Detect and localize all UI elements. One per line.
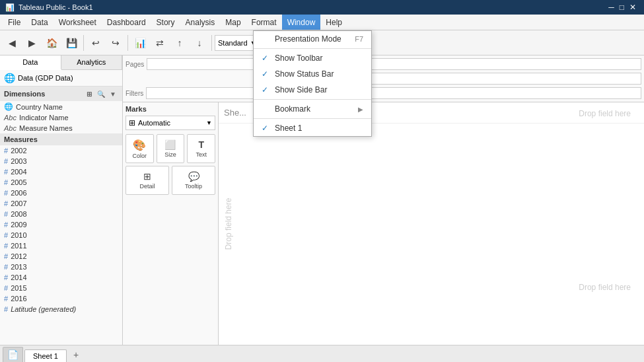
marks-buttons-row2: ⊞ Detail 💬 Tooltip bbox=[125, 166, 215, 195]
dimensions-grid-btn[interactable]: ⊞ bbox=[84, 89, 94, 99]
measure-2010-label: 2010 bbox=[11, 231, 26, 239]
measure-2003[interactable]: # 2003 bbox=[0, 156, 122, 166]
menu-entry-bookmark[interactable]: Bookmark ▶ bbox=[254, 101, 371, 117]
menu-dashboard[interactable]: Dashboard bbox=[102, 15, 151, 30]
drop-hint-left-container: Drop field here bbox=[224, 198, 233, 250]
data-source-icon: 🌐 bbox=[4, 73, 15, 83]
menu-entry-presentation[interactable]: Presentation Mode F7 bbox=[254, 31, 371, 47]
menu-entry-show-toolbar[interactable]: ✓ Show Toolbar bbox=[254, 50, 371, 66]
sep3 bbox=[211, 35, 212, 51]
dimensions-label: Dimensions bbox=[4, 90, 45, 98]
menu-format[interactable]: Format bbox=[246, 15, 282, 30]
marks-color-btn[interactable]: 🎨 Color bbox=[125, 134, 154, 163]
measure-2012[interactable]: # 2012 bbox=[0, 251, 122, 262]
toolbar-sort-asc-btn[interactable]: ↑ bbox=[170, 34, 189, 52]
abc-icon-1: Abc bbox=[4, 114, 17, 122]
data-source-row[interactable]: 🌐 Data (GDP Data) bbox=[0, 70, 122, 87]
hash-icon-2008: # bbox=[4, 210, 8, 218]
check-sidebar: ✓ bbox=[262, 85, 272, 94]
hash-icon-2004: # bbox=[4, 168, 8, 176]
marks-text-btn[interactable]: T Text bbox=[187, 134, 215, 163]
toolbar-sort-desc-btn[interactable]: ↓ bbox=[190, 34, 209, 52]
menu-entry-show-sidebar[interactable]: ✓ Show Side Bar bbox=[254, 82, 371, 98]
close-btn[interactable]: ✕ bbox=[629, 3, 636, 12]
show-toolbar-label: Show Toolbar bbox=[275, 54, 363, 63]
show-status-label: Show Status Bar bbox=[275, 69, 363, 79]
analytics-label: Analytics bbox=[77, 58, 106, 66]
toolbar-forward-btn[interactable]: ▶ bbox=[22, 34, 41, 52]
toolbar-redo-btn[interactable]: ↪ bbox=[106, 34, 125, 52]
measure-2013[interactable]: # 2013 bbox=[0, 262, 122, 272]
maximize-btn[interactable]: □ bbox=[620, 3, 624, 12]
pages-label: Pages bbox=[125, 61, 144, 68]
menu-entry-sheet1[interactable]: ✓ Sheet 1 bbox=[254, 120, 371, 136]
menu-data[interactable]: Data bbox=[26, 15, 53, 30]
dim-indicator-name[interactable]: Abc Indicator Name bbox=[0, 112, 122, 123]
menu-window[interactable]: Window bbox=[282, 15, 321, 30]
dim-country-name[interactable]: 🌐 Country Name bbox=[0, 101, 122, 112]
panel-tab-analytics[interactable]: Analytics bbox=[61, 55, 123, 69]
add-sheet-btn[interactable]: + bbox=[68, 347, 84, 362]
marks-type-dropdown[interactable]: ⊞ Automatic ▼ bbox=[125, 116, 215, 130]
marks-dropdown-arrow: ▼ bbox=[206, 120, 212, 126]
menu-map[interactable]: Map bbox=[220, 15, 246, 30]
dim-country-label: Country Name bbox=[16, 103, 63, 111]
measure-2011[interactable]: # 2011 bbox=[0, 240, 122, 251]
minimize-btn[interactable]: ─ bbox=[608, 3, 614, 12]
measure-2005[interactable]: # 2005 bbox=[0, 177, 122, 188]
toolbar-save-btn[interactable]: 💾 bbox=[62, 34, 81, 52]
menu-sep-3 bbox=[254, 118, 371, 119]
measure-latitude-label: Latitude (generated) bbox=[11, 305, 76, 313]
filters-shelf-content[interactable] bbox=[146, 87, 641, 99]
menu-analysis[interactable]: Analysis bbox=[180, 15, 221, 30]
measure-2009[interactable]: # 2009 bbox=[0, 219, 122, 230]
measure-2002[interactable]: # 2002 bbox=[0, 145, 122, 156]
menu-story[interactable]: Story bbox=[151, 15, 180, 30]
menu-worksheet[interactable]: Worksheet bbox=[54, 15, 102, 30]
hash-icon-2016: # bbox=[4, 295, 8, 303]
hash-icon-2002: # bbox=[4, 147, 8, 155]
measure-2010[interactable]: # 2010 bbox=[0, 230, 122, 240]
measure-2011-label: 2011 bbox=[11, 242, 26, 250]
measure-2009-label: 2009 bbox=[11, 221, 26, 229]
marks-tooltip-btn[interactable]: 💬 Tooltip bbox=[172, 166, 215, 195]
measure-2015-label: 2015 bbox=[11, 284, 26, 292]
measure-2008[interactable]: # 2008 bbox=[0, 209, 122, 219]
panel-tab-data[interactable]: Data bbox=[0, 55, 61, 70]
panel-tabs: Data Analytics bbox=[0, 55, 122, 70]
toolbar-viz-btn[interactable]: 📊 bbox=[131, 34, 149, 52]
dimensions-add-btn[interactable]: ▼ bbox=[108, 89, 118, 99]
dim-indicator-label: Indicator Name bbox=[19, 114, 69, 122]
measure-latitude[interactable]: # Latitude (generated) bbox=[0, 304, 122, 314]
bookmark-submenu-arrow: ▶ bbox=[358, 106, 363, 113]
toolbar-undo-btn[interactable]: ↩ bbox=[87, 34, 105, 52]
canvas-area: She... Drop field here Drop field here D… bbox=[219, 102, 644, 345]
measure-2014[interactable]: # 2014 bbox=[0, 272, 122, 283]
measure-2014-label: 2014 bbox=[11, 273, 26, 281]
marks-detail-btn[interactable]: ⊞ Detail bbox=[125, 166, 169, 195]
menu-entry-show-status[interactable]: ✓ Show Status Bar bbox=[254, 66, 371, 82]
detail-icon: ⊞ bbox=[143, 171, 151, 182]
bookmark-label: Bookmark bbox=[275, 104, 358, 114]
toolbar-back-btn[interactable]: ◀ bbox=[3, 34, 21, 52]
toolbar-swap-btn[interactable]: ⇄ bbox=[151, 34, 169, 52]
marks-title: Marks bbox=[125, 105, 215, 113]
menu-file[interactable]: File bbox=[3, 15, 26, 30]
marks-type-label: Standard bbox=[218, 39, 248, 47]
filters-label: Filters bbox=[125, 90, 143, 97]
presentation-shortcut: F7 bbox=[355, 35, 363, 43]
menu-help[interactable]: Help bbox=[320, 15, 347, 30]
marks-size-btn[interactable]: ⬜ Size bbox=[157, 134, 185, 163]
measure-2007[interactable]: # 2007 bbox=[0, 198, 122, 209]
measure-2006[interactable]: # 2006 bbox=[0, 188, 122, 198]
new-sheet-btn[interactable]: 📄 bbox=[3, 347, 23, 362]
toolbar-home-btn[interactable]: 🏠 bbox=[42, 34, 61, 52]
dim-measure-names[interactable]: Abc Measure Names bbox=[0, 123, 122, 133]
sheet-tab-1[interactable]: Sheet 1 bbox=[24, 349, 67, 362]
dimensions-search-btn[interactable]: 🔍 bbox=[96, 89, 106, 99]
measure-2004[interactable]: # 2004 bbox=[0, 166, 122, 177]
size-icon: ⬜ bbox=[164, 139, 176, 150]
measure-2016[interactable]: # 2016 bbox=[0, 293, 122, 304]
data-source-label: Data (GDP Data) bbox=[18, 74, 73, 82]
measure-2015[interactable]: # 2015 bbox=[0, 283, 122, 293]
